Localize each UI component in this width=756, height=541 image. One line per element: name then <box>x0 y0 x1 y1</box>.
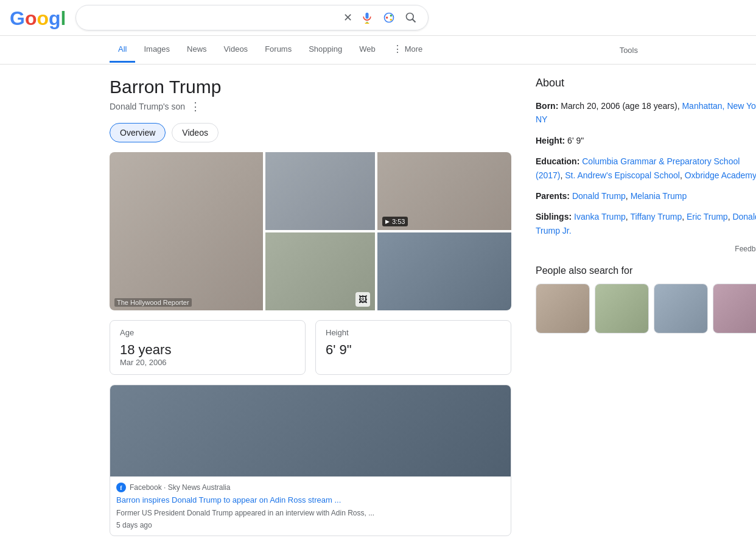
image-small-1[interactable] <box>265 152 375 230</box>
sibling-2-link[interactable]: Tiffany Trump <box>630 212 682 222</box>
fb-card-desc: Former US President Donald Trump appeare… <box>116 508 505 518</box>
subject-name: Barron Trump <box>110 77 511 97</box>
parent-1-link[interactable]: Donald Trump <box>572 191 626 201</box>
people-search-grid <box>536 284 756 333</box>
nav-videos[interactable]: Videos <box>215 37 257 63</box>
nav-tools[interactable]: Tools <box>611 38 646 62</box>
image-attribution: The Hollywood Reporter <box>114 298 192 307</box>
nav-more[interactable]: ⋮ More <box>384 36 432 64</box>
nav-forums[interactable]: Forums <box>256 37 300 63</box>
fb-card-title[interactable]: Barron inspires Donald Trump to appear o… <box>116 495 505 506</box>
education-link-2[interactable]: St. Andrew's Episcopal School <box>565 170 680 180</box>
image-icon: 🖼 <box>355 292 370 307</box>
nav-shopping[interactable]: Shopping <box>300 37 351 63</box>
age-label: Age <box>120 328 295 337</box>
left-column: Barron Trump Donald Trump's son ⋮ Overvi… <box>110 77 511 541</box>
sibling-3-link[interactable]: Eric Trump <box>687 212 728 222</box>
main-content: Barron Trump Donald Trump's son ⋮ Overvi… <box>0 65 756 541</box>
about-education: Education: Columbia Grammar & Preparator… <box>536 155 756 182</box>
siblings-label: Siblings: <box>536 212 572 222</box>
clear-icon[interactable]: ✕ <box>343 11 352 24</box>
svg-point-7 <box>390 19 392 21</box>
fb-card-content: Facebook · Sky News Australia Barron ins… <box>110 476 511 536</box>
more-dots-icon: ⋮ <box>393 43 402 55</box>
svg-point-4 <box>385 13 394 23</box>
nav-web[interactable]: Web <box>351 37 384 63</box>
about-born: Born: March 20, 2006 (age 18 years), Man… <box>536 99 756 127</box>
overview-button[interactable]: Overview <box>110 123 166 142</box>
image-column-2: 🖼 <box>265 152 375 310</box>
person-img-4 <box>713 284 756 333</box>
facebook-card[interactable]: Facebook · Sky News Australia Barron ins… <box>110 385 511 536</box>
parent-2-link[interactable]: Melania Trump <box>631 191 687 201</box>
person-card-3[interactable] <box>654 284 708 333</box>
info-panels-row: Age 18 years Mar 20, 2006 Height 6' 9" <box>110 320 511 375</box>
google-logo: Google <box>10 5 66 30</box>
people-search-title: People also search for <box>536 265 756 276</box>
svg-point-8 <box>407 13 414 21</box>
search-mag-icon[interactable] <box>404 10 418 25</box>
svg-line-9 <box>413 19 416 23</box>
nav-news[interactable]: News <box>178 37 215 63</box>
videos-button[interactable]: Videos <box>172 123 219 142</box>
sibling-1-link[interactable]: Ivanka Trump <box>574 212 626 222</box>
svg-point-5 <box>386 16 388 18</box>
main-image[interactable]: The Hollywood Reporter <box>110 152 263 310</box>
person-img-1 <box>536 284 589 333</box>
image-column-3: 3:53 <box>377 152 511 310</box>
fb-card-time: 5 days ago <box>116 521 505 529</box>
search-input[interactable]: barron trump <box>86 12 338 23</box>
search-bar[interactable]: barron trump ✕ <box>75 5 429 30</box>
kp-button-group: Overview Videos <box>110 123 511 142</box>
nav-bar: All Images News Videos Forums Shopping W… <box>0 36 756 65</box>
video-image-2[interactable] <box>377 232 511 310</box>
facebook-icon <box>116 483 126 492</box>
person-img-3 <box>654 284 707 333</box>
about-parents: Parents: Donald Trump, Melania Trump <box>536 189 756 203</box>
right-column: About Born: March 20, 2006 (age 18 years… <box>536 77 756 541</box>
nav-images[interactable]: Images <box>135 37 178 63</box>
svg-text:Google: Google <box>10 7 66 29</box>
nav-all[interactable]: All <box>110 37 135 63</box>
about-height: Height: 6' 9" <box>536 134 756 147</box>
education-link-3[interactable]: Oxbridge Academy <box>685 170 756 180</box>
person-card-4[interactable] <box>713 284 756 333</box>
about-panel: About Born: March 20, 2006 (age 18 years… <box>536 77 756 253</box>
video-image-1[interactable]: 3:53 <box>377 152 511 230</box>
parents-label: Parents: <box>536 191 570 201</box>
fb-card-image <box>110 385 511 476</box>
age-card: Age 18 years Mar 20, 2006 <box>110 320 306 375</box>
more-options-icon[interactable]: ⋮ <box>190 100 201 113</box>
height-label: Height <box>326 328 501 337</box>
image-small-2[interactable]: 🖼 <box>265 232 375 310</box>
about-title: About <box>536 77 756 89</box>
feedback-link[interactable]: Feedback <box>536 245 756 253</box>
education-label: Education: <box>536 156 579 166</box>
height-value: 6' 9" <box>326 342 501 358</box>
height-card: Height 6' 9" <box>315 320 511 375</box>
images-grid: The Hollywood Reporter 🖼 3:53 <box>110 152 511 310</box>
born-label: Born: <box>536 101 558 111</box>
age-value: 18 years <box>120 342 295 358</box>
svg-point-6 <box>390 15 392 16</box>
svg-rect-1 <box>366 13 369 19</box>
video-duration-badge: 3:53 <box>382 217 408 226</box>
subject-subtitle: Donald Trump's son ⋮ <box>110 100 511 113</box>
height-label-about: Height: <box>536 136 565 145</box>
person-card-2[interactable] <box>595 284 649 333</box>
person-img-2 <box>595 284 648 333</box>
mic-icon[interactable] <box>360 10 374 25</box>
age-birthdate: Mar 20, 2006 <box>120 358 295 367</box>
lens-icon[interactable] <box>382 10 396 25</box>
person-card-1[interactable] <box>536 284 590 333</box>
logo-area: Google <box>10 5 75 30</box>
fb-source: Facebook · Sky News Australia <box>116 483 505 492</box>
about-siblings: Siblings: Ivanka Trump, Tiffany Trump, E… <box>536 210 756 237</box>
header: Google barron trump ✕ <box>0 0 756 36</box>
